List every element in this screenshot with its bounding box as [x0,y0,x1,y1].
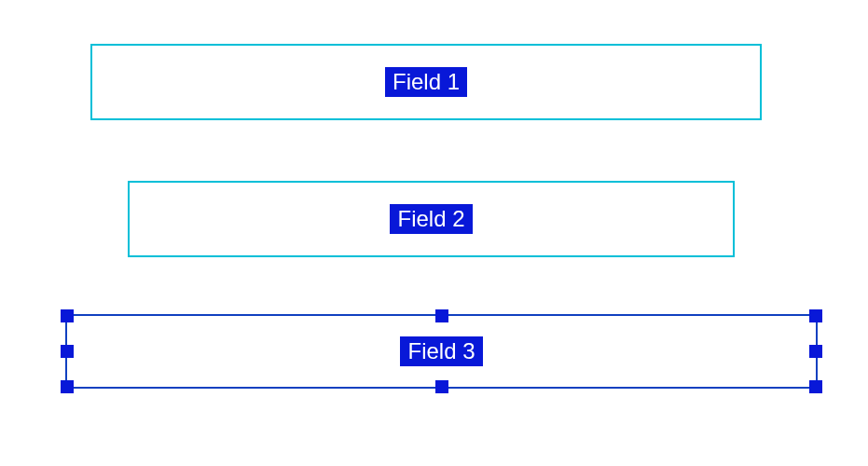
resize-handle-bottom-left[interactable] [61,380,74,393]
resize-handle-middle-left[interactable] [61,345,74,358]
resize-handle-bottom-right[interactable] [809,380,822,393]
resize-handle-middle-right[interactable] [809,345,822,358]
resize-handle-top-left[interactable] [61,309,74,322]
field-1-label: Field 1 [385,67,467,97]
field-3-label: Field 3 [400,336,482,366]
field-1-box[interactable]: Field 1 [90,44,762,120]
field-2-box[interactable]: Field 2 [128,181,735,257]
field-2-label: Field 2 [390,204,472,234]
resize-handle-top-right[interactable] [809,309,822,322]
resize-handle-top-center[interactable] [435,309,448,322]
resize-handle-bottom-center[interactable] [435,380,448,393]
field-3-box-selected[interactable]: Field 3 [65,314,818,389]
